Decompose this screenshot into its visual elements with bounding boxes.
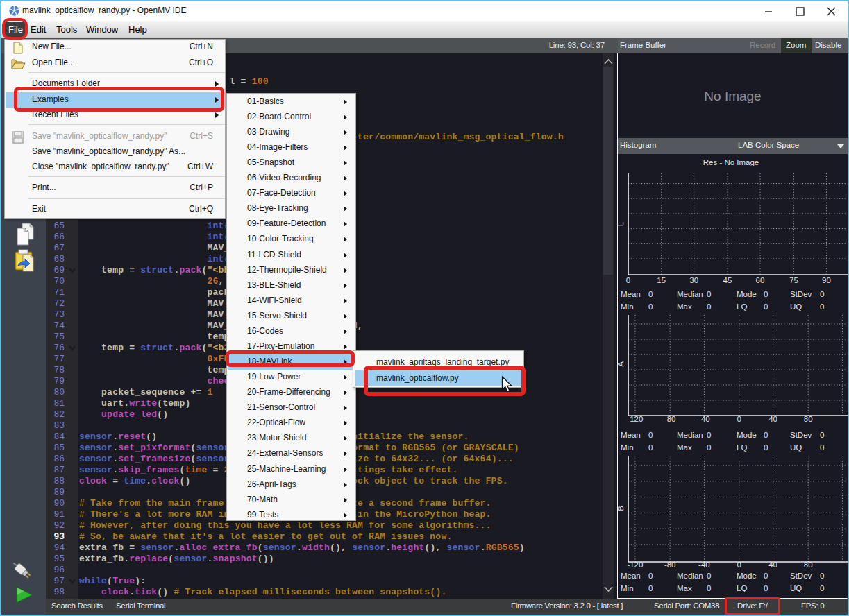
svg-text:LQ: LQ [737,302,747,311]
svg-text:0: 0 [648,302,653,311]
svg-text:0: 0 [764,431,768,439]
svg-text:Median: Median [677,431,703,439]
svg-text:LQ: LQ [737,443,747,452]
svg-text:0: 0 [707,584,711,592]
svg-text:Mean: Mean [621,290,641,298]
svg-text:15: 15 [657,276,666,284]
svg-text:0: 0 [820,290,824,298]
svg-text:90: 90 [822,276,831,284]
svg-text:Mode: Mode [737,572,757,580]
svg-text:StDev: StDev [790,290,812,298]
svg-text:0: 0 [820,431,824,439]
svg-text:40: 40 [768,561,777,569]
svg-text:0: 0 [707,302,711,311]
svg-text:UQ: UQ [790,302,802,311]
svg-text:0: 0 [648,584,653,592]
svg-text:StDev: StDev [790,431,812,439]
svg-text:0: 0 [820,302,824,311]
svg-text:Median: Median [677,572,703,580]
svg-text:0: 0 [648,290,653,298]
svg-text:40: 40 [768,415,777,423]
svg-text:-40: -40 [698,561,710,569]
svg-text:-40: -40 [698,415,710,423]
svg-text:0: 0 [820,443,824,452]
svg-text:0: 0 [626,276,630,284]
svg-text:0: 0 [737,415,741,423]
svg-text:B: B [618,506,625,511]
svg-text:StDev: StDev [790,572,812,580]
svg-text:0: 0 [648,572,653,580]
svg-text:-80: -80 [664,561,676,569]
svg-text:0: 0 [648,431,653,439]
svg-text:Mode: Mode [737,431,757,439]
svg-text:Mode: Mode [737,290,757,298]
svg-text:30: 30 [689,276,698,284]
svg-text:80: 80 [804,561,813,569]
svg-text:0: 0 [707,431,711,439]
svg-text:0: 0 [764,290,768,298]
svg-text:Mean: Mean [621,431,641,439]
svg-text:Mean: Mean [621,572,641,580]
svg-text:0: 0 [764,572,768,580]
svg-text:UQ: UQ [790,584,802,592]
svg-text:0: 0 [764,443,768,452]
svg-text:-80: -80 [664,415,676,423]
svg-text:80: 80 [804,415,813,423]
svg-text:Res - No Image: Res - No Image [703,158,759,166]
svg-text:Min: Min [621,584,634,592]
svg-text:Max: Max [677,443,692,452]
svg-text:Max: Max [677,302,692,311]
svg-text:0: 0 [820,584,824,592]
svg-text:-120: -120 [627,561,643,569]
svg-text:A: A [618,361,625,367]
svg-text:0: 0 [707,572,711,580]
svg-text:75: 75 [789,276,798,284]
svg-text:UQ: UQ [790,443,802,452]
svg-text:Min: Min [621,302,634,311]
svg-text:0: 0 [820,572,824,580]
svg-text:0: 0 [764,584,768,592]
svg-text:60: 60 [756,276,765,284]
svg-text:-120: -120 [627,415,643,423]
svg-text:Max: Max [677,584,692,592]
svg-text:0: 0 [737,561,741,569]
svg-text:Median: Median [677,290,703,298]
svg-text:LQ: LQ [737,584,747,592]
svg-text:45: 45 [723,276,732,284]
svg-text:0: 0 [707,443,711,452]
svg-text:Min: Min [621,443,634,452]
svg-text:0: 0 [648,443,653,452]
svg-text:L: L [618,221,625,226]
svg-text:0: 0 [764,302,768,311]
svg-text:0: 0 [707,290,711,298]
